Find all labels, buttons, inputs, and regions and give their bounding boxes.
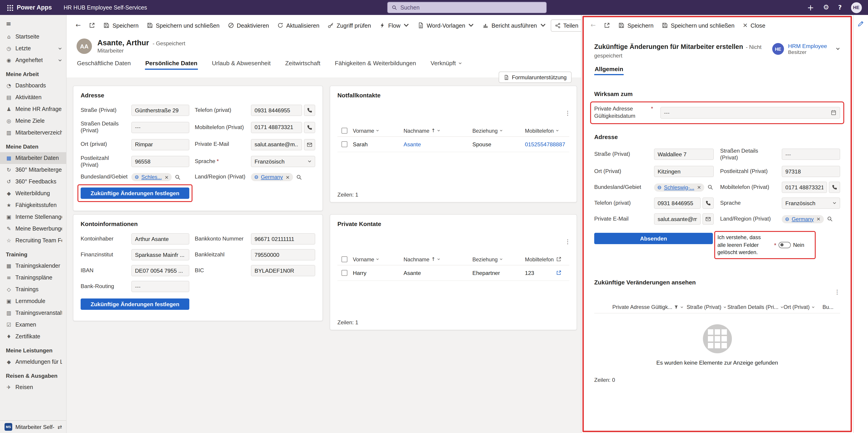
- remove-tag-icon[interactable]: ×: [285, 174, 290, 180]
- select-all-checkbox[interactable]: [341, 256, 347, 262]
- select-all-checkbox[interactable]: [341, 128, 347, 134]
- plz-input[interactable]: 96558: [131, 156, 189, 167]
- phone-icon[interactable]: [304, 104, 315, 116]
- effective-date-input[interactable]: ---: [660, 107, 840, 118]
- global-search[interactable]: [387, 2, 547, 13]
- switch-app-icon[interactable]: ⇄: [58, 424, 62, 430]
- remove-tag-icon[interactable]: ×: [697, 184, 701, 190]
- more-options-icon[interactable]: ⋮: [834, 288, 840, 295]
- save-and-close-button[interactable]: Speichern und schließen: [658, 19, 738, 32]
- mail-icon[interactable]: [703, 213, 714, 225]
- check-access-button[interactable]: Zugriff prüfen: [324, 19, 375, 32]
- strasse-input[interactable]: Güntherstraße 29: [131, 104, 189, 116]
- column-header[interactable]: Beziehung: [472, 127, 525, 134]
- user-avatar[interactable]: HE: [851, 2, 862, 13]
- finanzinstitut-input[interactable]: Sparkasse Mainfr ...: [131, 249, 189, 260]
- phone-icon[interactable]: [829, 182, 840, 193]
- absenden-button[interactable]: Absenden: [594, 233, 713, 244]
- plz-input[interactable]: 97318: [782, 166, 840, 177]
- record-tab[interactable]: Geschäftliche Daten: [76, 58, 131, 70]
- future-changes-button[interactable]: Zukünftige Änderungen festlegen: [81, 299, 189, 310]
- owner-name[interactable]: HRM Employee: [788, 43, 827, 50]
- email-input[interactable]: salut.asante@m...: [654, 213, 701, 225]
- brand-logo[interactable]: Power Apps: [17, 4, 52, 11]
- sprache-dropdown[interactable]: Französisch: [782, 197, 840, 209]
- form-assist-button[interactable]: Formularunterstützung: [499, 71, 571, 83]
- iban-input[interactable]: DE07 0054 7955 ...: [131, 265, 189, 276]
- row-checkbox[interactable]: [341, 141, 347, 147]
- future-changes-button[interactable]: Zukünftige Änderungen festlegen: [81, 187, 189, 199]
- record-tab[interactable]: Urlaub & Abwesenheit: [212, 58, 271, 70]
- app-title[interactable]: HR HUB Employee Self-Services: [64, 4, 147, 11]
- refresh-button[interactable]: Aktualisieren: [274, 19, 323, 32]
- sidebar-item[interactable]: ⌂ Startseite: [0, 31, 66, 42]
- word-templates-button[interactable]: Word-Vorlagen: [414, 19, 478, 32]
- sidebar-item[interactable]: ▥ Mitarbeiterverzeichnis: [0, 127, 66, 138]
- sidebar-item[interactable]: ✎ Meine Bewerbungen: [0, 223, 66, 235]
- lookup-tag[interactable]: Germany×: [251, 173, 293, 181]
- tab-allgemein[interactable]: Allgemein: [594, 66, 624, 75]
- sidebar-item[interactable]: ✈ Reisen: [0, 381, 66, 393]
- remove-tag-icon[interactable]: ×: [816, 216, 820, 222]
- column-header[interactable]: Nachname↑: [404, 256, 472, 262]
- column-header[interactable]: Straßen Details (Pri...: [727, 304, 783, 310]
- lookup-search-icon[interactable]: [296, 174, 302, 180]
- sidebar-item[interactable]: ▣ Interne Stellenangeb...: [0, 211, 66, 223]
- sidebar-item[interactable]: ◷ Letzte: [0, 42, 66, 54]
- more-options-icon[interactable]: ⋮: [565, 238, 571, 245]
- column-header[interactable]: Private Adresse Gültigk...: [612, 304, 687, 310]
- run-report-button[interactable]: Bericht ausführen: [479, 19, 550, 32]
- open-record-icon[interactable]: [556, 270, 562, 276]
- bic-input[interactable]: BYLADEF1N0R: [251, 265, 315, 276]
- strassen-details-input[interactable]: ---: [782, 149, 840, 160]
- bankkonto-input[interactable]: 96671 02111111: [251, 233, 315, 245]
- app-switcher-footer[interactable]: MS Mitarbeiter Self-S... ⇄: [0, 420, 66, 433]
- sidebar-item[interactable]: ▤ Aktivitäten: [0, 92, 66, 103]
- bankleitzahl-input[interactable]: 79550000: [251, 249, 315, 260]
- record-link[interactable]: Asante: [404, 141, 472, 148]
- kontoinhaber-input[interactable]: Arthur Asante: [131, 233, 189, 245]
- telefon-input[interactable]: 0931 8446955: [654, 197, 701, 209]
- column-header[interactable]: Ort (Privat): [783, 304, 823, 310]
- column-header[interactable]: Straße (Privat): [687, 304, 727, 310]
- owner-chip[interactable]: HE HRM Employee Besitzer: [772, 43, 840, 55]
- table-row[interactable]: Sarah Asante Spouse 0152554788887: [337, 137, 569, 152]
- save-button[interactable]: Speichern: [100, 19, 142, 32]
- column-header[interactable]: Mobiltelefon: [525, 256, 556, 262]
- chevron-down-icon[interactable]: [836, 47, 840, 51]
- sidebar-item[interactable]: ◉ Angeheftet: [0, 54, 66, 66]
- ort-input[interactable]: Kitzingen: [654, 166, 714, 177]
- sidebar-item[interactable]: ◆ Weiterbildung: [0, 187, 66, 199]
- column-header[interactable]: Beziehung: [472, 256, 525, 262]
- sidebar-item[interactable]: ◔ Dashboards: [0, 80, 66, 92]
- lookup-tag[interactable]: Schles...×: [131, 173, 172, 181]
- ort-input[interactable]: Rimpar: [131, 139, 189, 150]
- open-in-new-window-button[interactable]: [600, 19, 614, 32]
- sidebar-item[interactable]: ☆ Recruiting Team Fee...: [0, 235, 66, 246]
- lookup-tag[interactable]: Schleswig-...×: [654, 183, 704, 191]
- sidebar-item[interactable]: ♟ Meine HR Anfrage: [0, 103, 66, 115]
- calendar-icon[interactable]: [831, 110, 837, 116]
- record-tab[interactable]: Persönliche Daten: [145, 58, 198, 70]
- record-tab[interactable]: Verknüpft: [430, 58, 462, 70]
- open-record-icon[interactable]: [556, 256, 562, 262]
- sidebar-item[interactable]: ▦ Mitarbeiter Daten: [0, 152, 66, 164]
- sidebar-item[interactable]: ◇ Trainings: [0, 283, 66, 295]
- sidebar-item[interactable]: ★ Fähigkeitsstufen: [0, 199, 66, 211]
- telefon-input[interactable]: 0931 8446955: [251, 104, 302, 116]
- record-tab[interactable]: Zeitwirtschaft: [285, 58, 321, 70]
- sidebar-item[interactable]: ≡ Trainingspläne: [0, 272, 66, 283]
- help-icon[interactable]: ?: [838, 4, 842, 11]
- phone-icon[interactable]: [304, 122, 315, 133]
- sidebar-item[interactable]: ◆ Anmeldungen für Lei...: [0, 356, 66, 368]
- save-and-close-button[interactable]: Speichern und schließen: [143, 19, 223, 32]
- bank-routing-input[interactable]: ---: [131, 281, 189, 292]
- lookup-tag[interactable]: Germany×: [782, 215, 824, 223]
- column-header[interactable]: Bu...: [823, 304, 840, 310]
- edit-form-icon[interactable]: [856, 19, 866, 29]
- open-in-new-window-button[interactable]: [85, 19, 99, 32]
- email-input[interactable]: salut.asante@m...: [251, 139, 302, 150]
- record-tab[interactable]: Fähigkeiten & Weiterbildungen: [335, 58, 417, 70]
- column-header[interactable]: Vorname: [353, 127, 404, 134]
- lookup-search-icon[interactable]: [827, 216, 833, 222]
